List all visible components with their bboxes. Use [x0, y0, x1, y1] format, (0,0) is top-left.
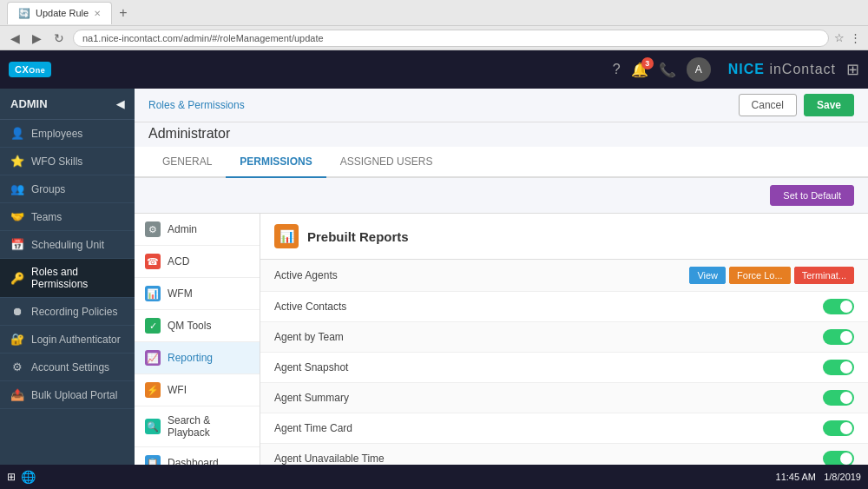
left-nav-admin[interactable]: ⚙ Admin [135, 214, 260, 246]
perm-label: Agent Unavailable Time [274, 453, 816, 465]
sidebar-header: ADMIN ◀ [0, 89, 135, 120]
breadcrumb-bar: Roles & Permissions Cancel Save [135, 89, 868, 122]
perm-row-agent-summary: Agent Summary [260, 383, 868, 413]
notifications-badge[interactable]: 🔔 3 [631, 62, 648, 78]
save-button[interactable]: Save [804, 94, 854, 116]
login-auth-icon: 🔐 [10, 333, 24, 346]
taskbar-start[interactable]: ⊞ [7, 471, 16, 483]
user-avatar[interactable]: A [687, 57, 711, 82]
force-button[interactable]: Force Lo... [729, 267, 791, 284]
sidebar-item-employees[interactable]: 👤 Employees [0, 120, 135, 148]
teams-icon: 🤝 [10, 210, 24, 223]
sidebar-item-label: Scheduling Unit [31, 239, 104, 251]
tab-close-icon[interactable]: ✕ [94, 9, 101, 18]
taskbar-time: 11:45 AM 1/8/2019 [776, 472, 861, 482]
grid-menu-icon[interactable]: ⊞ [846, 60, 859, 79]
sidebar-item-login-auth[interactable]: 🔐 Login Authenticator [0, 326, 135, 354]
acd-nav-icon: ☎ [145, 254, 161, 269]
toggle-agent-time-card[interactable] [823, 420, 854, 436]
cx-logo: CXOne [9, 62, 51, 77]
sidebar-item-label: Groups [31, 183, 65, 195]
tab-permissions[interactable]: PERMISSIONS [226, 147, 326, 178]
groups-icon: 👥 [10, 182, 24, 195]
terminate-button[interactable]: Terminat... [794, 267, 854, 284]
sidebar-item-label: Bulk Upload Portal [31, 389, 117, 401]
browser-tabs-bar: 🔄 Update Rule ✕ + [0, 0, 868, 26]
back-button[interactable]: ◀ [7, 31, 23, 45]
sidebar-item-teams[interactable]: 🤝 Teams [0, 203, 135, 231]
panel-header: 📊 Prebuilt Reports [260, 214, 868, 260]
left-nav-wfi[interactable]: ⚡ WFI [135, 374, 260, 406]
reporting-nav-label: Reporting [168, 352, 213, 364]
top-bar: CXOne ? 🔔 3 📞 A NICE inContact ⊞ [0, 50, 868, 89]
perm-label: Active Agents [274, 269, 682, 281]
star-icon[interactable]: ☆ [834, 31, 845, 44]
search-playback-nav-icon: 🔍 [145, 419, 161, 434]
tab-favicon: 🔄 [18, 8, 30, 19]
menu-icon[interactable]: ⋮ [850, 31, 861, 44]
left-nav-acd[interactable]: ☎ ACD [135, 246, 260, 278]
left-nav-qm[interactable]: ✓ QM Tools [135, 310, 260, 342]
perm-label: Agent by Team [274, 331, 816, 343]
sidebar-item-label: Teams [31, 211, 62, 223]
sidebar-item-recording[interactable]: ⏺ Recording Policies [0, 298, 135, 326]
sidebar-item-groups[interactable]: 👥 Groups [0, 175, 135, 203]
breadcrumb[interactable]: Roles & Permissions [148, 99, 245, 111]
page-title: Administrator [148, 126, 230, 141]
help-icon[interactable]: ? [613, 62, 621, 77]
sidebar-item-roles[interactable]: 🔑 Roles and Permissions [0, 259, 135, 298]
view-button[interactable]: View [689, 267, 726, 284]
sidebar: ADMIN ◀ 👤 Employees ⭐ WFO Skills 👥 Group… [0, 89, 135, 489]
logo-text: CX [15, 64, 29, 75]
left-nav: ⚙ Admin ☎ ACD 📊 WFM ✓ QM Tools [135, 214, 260, 489]
perm-row-agent-snapshot: Agent Snapshot [260, 353, 868, 383]
sidebar-collapse-icon[interactable]: ◀ [116, 98, 124, 110]
address-text: na1.nice-incontact.com/admin/#/roleManag… [82, 33, 324, 43]
tab-title: Update Rule [36, 8, 89, 18]
panel-title: Prebuilt Reports [307, 229, 409, 244]
scheduling-icon: 📅 [10, 238, 24, 251]
perm-row-active-agents: Active Agents View Force Lo... Terminat.… [260, 260, 868, 292]
notification-count: 3 [641, 57, 654, 69]
sidebar-title: ADMIN [10, 97, 48, 110]
reload-button[interactable]: ↻ [50, 31, 68, 45]
cancel-button[interactable]: Cancel [739, 94, 797, 116]
tabs-row: GENERAL PERMISSIONS ASSIGNED USERS [135, 147, 868, 178]
forward-button[interactable]: ▶ [29, 31, 45, 45]
sidebar-item-bulk-upload[interactable]: 📤 Bulk Upload Portal [0, 381, 135, 409]
toggle-agent-snapshot[interactable] [823, 360, 854, 375]
panel-icon: 📊 [274, 224, 299, 248]
split-content: ⚙ Admin ☎ ACD 📊 WFM ✓ QM Tools [135, 214, 868, 489]
tab-general[interactable]: GENERAL [148, 147, 226, 178]
main-layout: ADMIN ◀ 👤 Employees ⭐ WFO Skills 👥 Group… [0, 89, 868, 489]
taskbar-browser-icon[interactable]: 🌐 [21, 470, 36, 484]
address-bar-row: ◀ ▶ ↻ na1.nice-incontact.com/admin/#/rol… [0, 26, 868, 50]
wfi-nav-icon: ⚡ [145, 382, 161, 398]
new-tab-button[interactable]: + [115, 5, 130, 21]
sidebar-item-account-settings[interactable]: ⚙ Account Settings [0, 354, 135, 381]
perm-actions: View Force Lo... Terminat... [689, 267, 854, 284]
browser-tab[interactable]: 🔄 Update Rule ✕ [7, 2, 112, 24]
tab-assigned-users[interactable]: ASSIGNED USERS [326, 147, 447, 178]
left-nav-wfm[interactable]: 📊 WFM [135, 278, 260, 310]
perm-label: Agent Summary [274, 392, 816, 404]
sidebar-item-label: Account Settings [31, 361, 109, 373]
sidebar-item-wfo-skills[interactable]: ⭐ WFO Skills [0, 148, 135, 175]
sidebar-item-label: WFO Skills [31, 155, 82, 168]
phone-icon[interactable]: 📞 [659, 62, 676, 78]
sidebar-item-scheduling[interactable]: 📅 Scheduling Unit [0, 231, 135, 259]
perm-row-agent-time-card: Agent Time Card [260, 413, 868, 444]
toggle-agent-summary[interactable] [823, 390, 854, 406]
toggle-active-contacts[interactable] [823, 299, 854, 314]
recording-icon: ⏺ [10, 305, 24, 318]
right-panel: 📊 Prebuilt Reports Active Agents View Fo… [260, 214, 868, 489]
taskbar: ⊞ 🌐 11:45 AM 1/8/2019 [0, 465, 868, 489]
sidebar-item-label: Recording Policies [31, 306, 117, 318]
address-field[interactable]: na1.nice-incontact.com/admin/#/roleManag… [73, 30, 829, 47]
toggle-agent-by-team[interactable] [823, 329, 854, 345]
set-default-button[interactable]: Set to Default [770, 185, 854, 206]
qm-nav-icon: ✓ [145, 318, 161, 334]
left-nav-reporting[interactable]: 📈 Reporting [135, 342, 260, 374]
perm-label: Agent Snapshot [274, 361, 816, 373]
left-nav-search-playback[interactable]: 🔍 Search & Playback [135, 406, 260, 447]
